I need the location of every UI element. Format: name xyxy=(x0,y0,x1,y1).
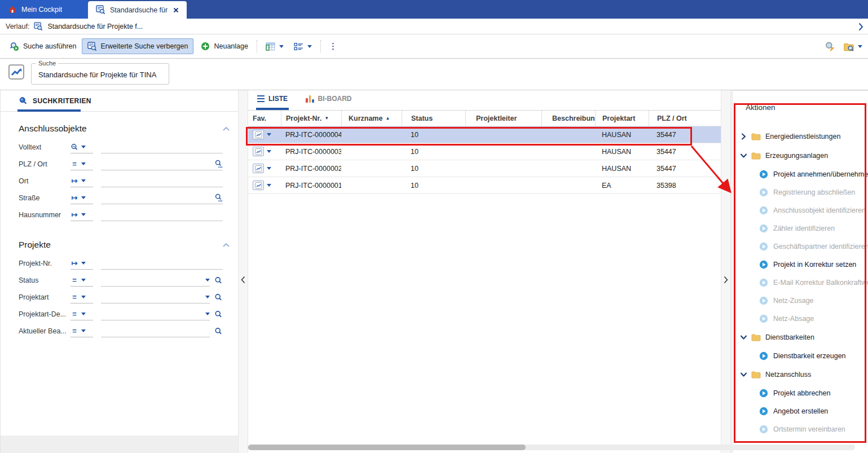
history-entry[interactable]: Standardsuche für Projekte f... xyxy=(47,23,143,30)
operator-dropdown[interactable]: = xyxy=(71,325,93,337)
field-input[interactable] xyxy=(101,276,202,284)
tree-chevron[interactable] xyxy=(740,152,747,159)
action-label: Zähler identifizieren xyxy=(773,225,835,232)
horizontal-scrollbar[interactable] xyxy=(248,445,855,450)
operator-dropdown[interactable]: ↦ xyxy=(71,257,93,270)
field-input-wrap xyxy=(101,192,223,204)
edit-search-icon[interactable] xyxy=(825,41,835,52)
field-select-caret[interactable] xyxy=(205,279,210,282)
operator-dropdown[interactable]: = xyxy=(71,308,93,320)
table-row[interactable]: PRJ-ITC-0000003 10 HAUSAN 35447 xyxy=(248,143,721,160)
criteria-tab[interactable]: SUCHKRITERIEN xyxy=(1,90,239,112)
column-header[interactable]: Beschreibung xyxy=(541,111,595,126)
new-record-button[interactable]: Neuanlage xyxy=(196,38,253,54)
tree-chevron[interactable] xyxy=(740,334,747,341)
field-input[interactable] xyxy=(101,293,202,301)
cell-projekt-nr: PRJ-ITC-0000001 xyxy=(281,182,341,190)
column-header[interactable]: Projekt-Nr. ▼ xyxy=(281,111,341,126)
saved-searches-button[interactable] xyxy=(843,42,862,52)
column-header[interactable]: Fav. xyxy=(248,111,281,126)
toggle-advanced-search-button[interactable]: Erweiterte Suche verbergen xyxy=(82,38,194,54)
action-item[interactable]: Geschäftspartner identifizieren xyxy=(733,238,868,256)
action-folder[interactable]: Netzanschluss xyxy=(733,365,868,384)
field-search-icon[interactable] xyxy=(214,310,223,319)
field-select-caret[interactable] xyxy=(205,296,210,298)
tree-chevron[interactable] xyxy=(740,133,747,140)
column-header[interactable]: Kurzname ▲ xyxy=(341,111,402,126)
action-item[interactable]: Projekt in Korrektur setzen xyxy=(733,256,868,274)
action-item[interactable]: Netz-Absage xyxy=(733,310,868,328)
action-folder[interactable]: Dienstbarkeiten xyxy=(733,328,868,347)
table-row[interactable]: PRJ-ITC-0000004 10 HAUSAN 35447 xyxy=(248,126,721,143)
row-menu-icon[interactable] xyxy=(267,133,271,136)
action-item[interactable]: Netz-Zusage xyxy=(733,292,868,310)
operator-symbol: ↦ xyxy=(71,259,78,267)
column-header[interactable]: Projektleiter xyxy=(465,111,541,126)
action-item[interactable]: Zähler identifizieren xyxy=(733,219,868,238)
row-menu-icon[interactable] xyxy=(267,184,271,187)
operator-dropdown[interactable] xyxy=(71,141,93,153)
tab-standardsuche[interactable]: Standardsuche für Pr... xyxy=(88,1,187,19)
row-menu-icon[interactable] xyxy=(267,150,271,153)
operator-dropdown[interactable]: ↦ xyxy=(71,192,93,204)
tab-bi-board[interactable]: BI-BOARD xyxy=(305,90,353,110)
tab-mein-cockpit[interactable]: Mein Cockpit xyxy=(0,0,88,19)
operator-dropdown[interactable]: = xyxy=(71,158,93,170)
operator-dropdown[interactable]: = xyxy=(71,274,93,287)
column-header[interactable]: Projektart xyxy=(595,111,649,126)
chevron-right-icon[interactable] xyxy=(858,23,863,31)
field-search-icon[interactable] xyxy=(214,293,223,302)
open-record-icon[interactable] xyxy=(253,147,264,156)
scrollbar-thumb[interactable] xyxy=(248,445,526,450)
field-select-caret[interactable] xyxy=(205,313,210,315)
operator-dropdown[interactable]: ↦ xyxy=(71,175,93,187)
action-item[interactable]: Dienstbarkeit erzeugen xyxy=(733,347,868,365)
row-menu-icon[interactable] xyxy=(267,167,271,170)
action-folder[interactable]: Erzeugungsanlagen xyxy=(733,146,868,165)
open-record-icon[interactable] xyxy=(253,181,264,190)
operator-dropdown[interactable]: = xyxy=(71,291,93,304)
action-item[interactable]: Registrierung abschließen xyxy=(733,183,868,201)
open-record-icon[interactable] xyxy=(253,130,264,139)
table-row[interactable]: PRJ-ITC-0000002 10 HAUSAN 35447 xyxy=(248,160,721,177)
field-input[interactable] xyxy=(101,160,211,168)
field-lookup-icon[interactable] xyxy=(214,193,223,202)
field-input[interactable] xyxy=(101,327,210,335)
column-header[interactable]: Status xyxy=(402,111,465,126)
action-item[interactable]: Anschlussobjekt identifizieren xyxy=(733,201,868,219)
field-search-icon[interactable] xyxy=(214,327,223,336)
chevron-right-icon xyxy=(724,276,728,283)
collapse-section-icon[interactable] xyxy=(223,243,230,247)
field-input[interactable] xyxy=(101,143,223,151)
action-item[interactable]: Ortstermin vereinbaren xyxy=(733,420,868,438)
run-search-button[interactable]: Suche ausführen xyxy=(5,38,82,54)
more-options-icon[interactable]: ⋮ xyxy=(324,41,342,51)
table-view-button[interactable] xyxy=(261,38,289,54)
tab-label: Mein Cockpit xyxy=(21,6,62,14)
action-item[interactable]: Projekt abbrechen xyxy=(733,384,868,402)
table-row[interactable]: PRJ-ITC-0000001 10 EA 35398 xyxy=(248,177,721,194)
action-item[interactable]: Projekt annehmen/übernehmen xyxy=(733,165,868,183)
field-search-icon[interactable] xyxy=(214,276,223,285)
open-record-icon[interactable] xyxy=(253,164,264,173)
operator-dropdown[interactable]: ↦ xyxy=(71,209,93,221)
run-search-label: Suche ausführen xyxy=(23,42,77,50)
search-name-box[interactable]: Suche Standardsuche für Projekte für TIN… xyxy=(31,63,169,85)
field-input[interactable] xyxy=(101,211,223,219)
field-input[interactable] xyxy=(101,194,211,202)
collapse-right-panel-handle[interactable] xyxy=(721,90,731,453)
field-input[interactable] xyxy=(101,260,223,267)
field-input[interactable] xyxy=(101,310,202,318)
list-view-button[interactable] xyxy=(289,38,317,54)
column-header[interactable]: PLZ / Ort xyxy=(649,111,710,126)
close-tab-icon[interactable] xyxy=(173,7,179,13)
tree-chevron[interactable] xyxy=(740,371,747,378)
field-lookup-icon[interactable] xyxy=(214,160,223,168)
action-item[interactable]: Angebot erstellen xyxy=(733,402,868,420)
collapse-left-panel-handle[interactable] xyxy=(238,90,248,453)
collapse-section-icon[interactable] xyxy=(223,127,230,131)
action-item[interactable]: E-Mail Korrektur Balkonkraftwerk xyxy=(733,274,868,292)
action-folder[interactable]: Energiedienstleistungen xyxy=(733,127,868,146)
field-input[interactable] xyxy=(101,177,223,185)
tab-liste[interactable]: LISTE xyxy=(256,90,289,110)
